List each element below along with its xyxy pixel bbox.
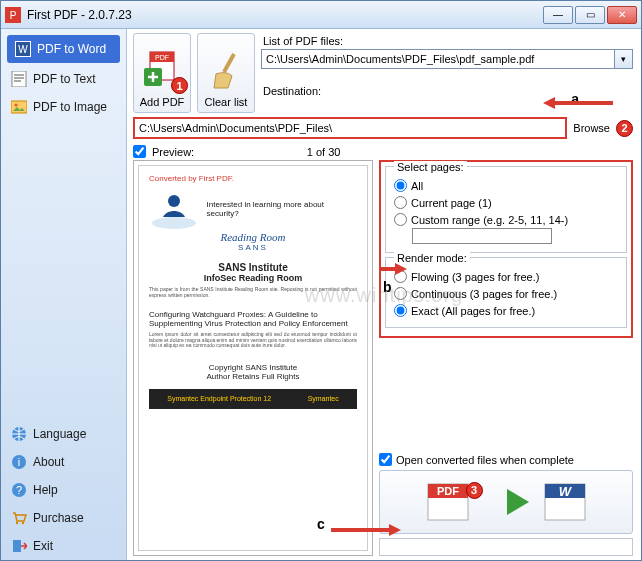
preview-checkbox[interactable]: [133, 145, 146, 158]
copyright1: Copyright SANS Institute: [209, 363, 297, 372]
main-panel: PDF 1 Add PDF Clear list List of PDF fil…: [127, 29, 641, 560]
preview-page: Converted by First PDF. Interested in le…: [138, 165, 368, 551]
sidebar-item-help[interactable]: ? Help: [1, 476, 126, 504]
broom-icon: [206, 48, 246, 92]
rr-sub: SANS: [238, 243, 268, 252]
article-title: Configuring Watchguard Proxies: A Guidel…: [149, 310, 357, 328]
sidebar-label: PDF to Image: [33, 100, 107, 114]
article-body: Lorem ipsum dolor sit amet consectetur a…: [149, 332, 357, 349]
radio-custom[interactable]: Custom range (e.g. 2-5, 11, 14-): [394, 211, 618, 228]
play-icon: [503, 487, 533, 517]
clear-list-button[interactable]: Clear list: [197, 33, 255, 113]
select-pages-legend: Select pages:: [394, 161, 467, 173]
page-indicator: 1 of 30: [200, 146, 447, 158]
sidebar-item-pdf-to-image[interactable]: PDF to Image: [1, 93, 126, 121]
render-mode-group: Render mode: Flowing (3 pages for free.)…: [385, 257, 627, 328]
add-pdf-button[interactable]: PDF 1 Add PDF: [133, 33, 191, 113]
word-icon: W: [15, 41, 31, 57]
close-button[interactable]: ✕: [607, 6, 637, 24]
page-sub: This paper is from the SANS Institute Re…: [149, 287, 357, 298]
sidebar-label: PDF to Word: [37, 42, 106, 56]
status-bar: [379, 538, 633, 556]
button-label: Clear list: [205, 96, 248, 108]
help-icon: ?: [11, 482, 27, 498]
sidebar-item-exit[interactable]: Exit: [1, 532, 126, 560]
svg-text:W: W: [18, 44, 28, 55]
copyright2: Author Retains Full Rights: [207, 372, 300, 381]
word-target-icon: W: [539, 478, 591, 526]
svg-text:?: ?: [16, 484, 22, 496]
sidebar-item-language[interactable]: Language: [1, 420, 126, 448]
button-label: Add PDF: [140, 96, 185, 108]
text-icon: [11, 71, 27, 87]
svg-marker-30: [543, 97, 555, 109]
svg-point-7: [15, 104, 18, 107]
globe-icon: [11, 426, 27, 442]
svg-text:P: P: [10, 10, 17, 21]
info-icon: i: [11, 454, 27, 470]
svg-rect-6: [11, 101, 27, 113]
svg-point-13: [16, 522, 18, 524]
cart-icon: [11, 510, 27, 526]
preview-pane: Converted by First PDF. Interested in le…: [133, 160, 373, 556]
sidebar-item-about[interactable]: i About: [1, 448, 126, 476]
window-title: First PDF - 2.0.7.23: [27, 8, 543, 22]
svg-text:W: W: [558, 484, 572, 499]
svg-marker-32: [395, 263, 407, 275]
custom-range-input[interactable]: [412, 228, 552, 244]
sidebar-item-pdf-to-word[interactable]: W PDF to Word: [7, 35, 120, 63]
arrow-c: [331, 522, 401, 538]
browse-button[interactable]: Browse: [573, 122, 610, 134]
sidebar-label: Purchase: [33, 511, 84, 525]
sidebar: W PDF to Word PDF to Text PDF to Image L…: [1, 29, 127, 560]
maximize-button[interactable]: ▭: [575, 6, 605, 24]
svg-text:PDF: PDF: [155, 54, 169, 61]
arrow-b: [379, 261, 407, 277]
radio-current[interactable]: Current page (1): [394, 194, 618, 211]
radio-exact[interactable]: Exact (All pages for free.): [394, 302, 618, 319]
radio-flowing[interactable]: Flowing (3 pages for free.): [394, 268, 618, 285]
convert-button[interactable]: PDF 3 W: [379, 470, 633, 534]
options-highlight: Select pages: All Current page (1) Custo…: [379, 160, 633, 338]
page-h2: InfoSec Reading Room: [204, 273, 303, 283]
svg-text:PDF: PDF: [437, 485, 459, 497]
select-pages-group: Select pages: All Current page (1) Custo…: [385, 166, 627, 253]
exit-icon: [11, 538, 27, 554]
svg-marker-34: [389, 524, 401, 536]
marker-1: 1: [171, 77, 188, 94]
annotation-c: c: [317, 516, 325, 532]
svg-point-21: [168, 195, 180, 207]
app-window: P First PDF - 2.0.7.23 — ▭ ✕ W PDF to Wo…: [0, 0, 642, 561]
destination-input[interactable]: [133, 117, 567, 139]
radio-continuous[interactable]: Continuous (3 pages for free.): [394, 285, 618, 302]
sidebar-label: Language: [33, 427, 86, 441]
svg-text:i: i: [18, 456, 20, 468]
page-h1: SANS Institute: [218, 262, 287, 273]
minimize-button[interactable]: —: [543, 6, 573, 24]
app-icon: P: [5, 7, 21, 23]
sidebar-label: About: [33, 455, 64, 469]
svg-marker-25: [507, 489, 529, 515]
dropdown-caret[interactable]: ▾: [615, 49, 633, 69]
sidebar-item-pdf-to-text[interactable]: PDF to Text: [1, 65, 126, 93]
arrow-a: [543, 95, 613, 111]
svg-point-14: [22, 522, 24, 524]
sidebar-label: Exit: [33, 539, 53, 553]
svg-point-20: [152, 217, 196, 229]
converted-stamp: Converted by First PDF.: [149, 174, 234, 183]
banner-left: Symantec Endpoint Protection 12: [167, 395, 271, 402]
svg-rect-5: [12, 71, 26, 87]
rr-title: Reading Room: [220, 231, 285, 243]
sidebar-item-purchase[interactable]: Purchase: [1, 504, 126, 532]
preview-label: Preview:: [152, 146, 194, 158]
marker-3: 3: [466, 482, 483, 499]
marker-2: 2: [616, 120, 633, 137]
open-converted-checkbox[interactable]: Open converted files when complete: [379, 453, 633, 466]
image-icon: [11, 99, 27, 115]
pdf-source-icon: PDF: [422, 478, 474, 526]
titlebar: P First PDF - 2.0.7.23 — ▭ ✕: [1, 1, 641, 29]
file-list-input[interactable]: [261, 49, 615, 69]
radio-all[interactable]: All: [394, 177, 618, 194]
sidebar-label: Help: [33, 483, 58, 497]
banner-right: Symantec: [308, 395, 339, 402]
